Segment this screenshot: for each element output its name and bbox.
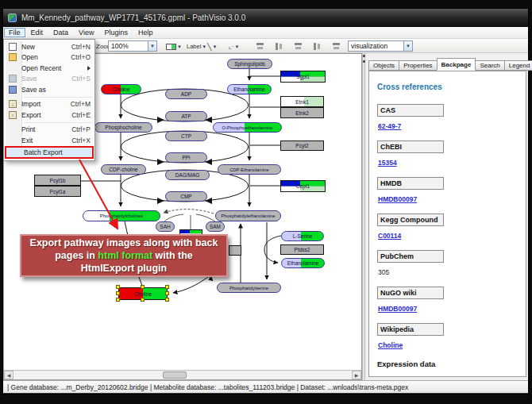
align-center-button[interactable] (253, 40, 267, 52)
pathway-node-phosphocholine[interactable]: Phosphocholine (94, 122, 152, 133)
xref-link[interactable]: C00114 (378, 232, 526, 240)
selection-handle[interactable] (116, 298, 120, 302)
xref-link[interactable]: 15354 (378, 159, 526, 167)
selection-handle[interactable] (141, 298, 145, 302)
xref-section-kegg-compound: Kegg CompoundC00114 (377, 214, 526, 240)
selection-handle[interactable] (116, 285, 120, 289)
pathway-node-ethanolamine[interactable]: Ethanolamine (227, 84, 272, 94)
xref-link[interactable]: Choline (378, 341, 526, 349)
line-tool-button[interactable]: ╲▼ (205, 40, 219, 52)
horizontal-scrollbar[interactable]: ◀ ▶ (4, 370, 361, 379)
pathway-node-dag-mag[interactable]: DAG/MAG (165, 170, 210, 180)
selection-handle[interactable] (116, 291, 120, 295)
xref-database-name: PubChem (377, 250, 444, 263)
file-menu-item-import[interactable]: ↓ImportCtrl+M (4, 99, 94, 110)
xref-link[interactable]: HMDB00097 (378, 305, 526, 313)
file-menu-item-open-recent[interactable]: Open Recent (4, 63, 94, 74)
xref-link[interactable]: 62-49-7 (378, 122, 526, 130)
selection-handle[interactable] (165, 285, 169, 289)
align-middle-button[interactable] (272, 40, 286, 52)
menubar: FileEditDataViewPluginsHelp (3, 27, 528, 39)
chevron-down-icon[interactable]: ▼ (212, 44, 217, 49)
pathway-node-atp[interactable]: ATP (165, 111, 207, 121)
line-icon: ╲ (207, 43, 211, 51)
pathway-node-pcyt1a[interactable]: Pcyt1a (34, 186, 81, 197)
tab-legend[interactable]: Legend (504, 60, 532, 71)
file-menu-item-export[interactable]: ↑ExportCtrl+E (4, 110, 94, 121)
file-menu-item-save-as[interactable]: Save as (4, 84, 94, 95)
match-width-button[interactable] (330, 40, 343, 52)
tab-backpage[interactable]: Backpage (437, 58, 476, 71)
tab-search[interactable]: Search (475, 60, 504, 71)
pathway-node-phosphatidylserine[interactable]: Phosphatidylserine (217, 283, 281, 293)
pathway-node-sphingolipids[interactable]: Sphingolipids (227, 59, 272, 69)
visualization-combobox[interactable]: visualization ▼ (348, 40, 413, 52)
menu-item-shortcut: Ctrl+E (71, 111, 91, 119)
file-menu-item-open[interactable]: OpenCtrl+O (4, 52, 94, 63)
pathway-node-phosphatidylethanolamine[interactable]: Phosphatidylethanolamine (215, 210, 281, 221)
chevron-down-icon[interactable]: ▼ (177, 44, 182, 49)
distribute-vertical-button[interactable] (310, 40, 324, 52)
pathway-node-pcyt2[interactable]: Pcyt2 (280, 140, 324, 151)
callout-highlight: html format (98, 250, 152, 261)
pathway-node-cdp-choline[interactable]: CDP-choline (101, 164, 146, 175)
tab-objects[interactable]: Objects (368, 60, 399, 71)
pathway-node-etnk1[interactable]: Etnk1 (280, 96, 324, 107)
pathway-node-pcyt1b[interactable]: Pcyt1b (34, 175, 81, 186)
xref-link[interactable]: HMDB00097 (378, 195, 526, 203)
pathway-node-etnk2[interactable]: Etnk2 (280, 107, 324, 118)
open-folder-icon (4, 53, 21, 61)
menubar-item-help[interactable]: Help (133, 28, 158, 37)
pathway-node-cmp[interactable]: CMP (165, 191, 207, 202)
zoom-combobox[interactable]: 100% ▼ (108, 40, 157, 52)
pathway-node-choline[interactable]: Choline (101, 84, 141, 94)
pathway-node-cept1[interactable]: Cept1 (280, 180, 326, 192)
pathway-node-phosphatidylcholines[interactable]: Phosphatidylcholines (83, 210, 160, 221)
chevron-down-icon[interactable]: ▼ (403, 41, 412, 51)
cross-reference-list: CAS62-49-7ChEBI15354HMDBHMDB00097Kegg Co… (377, 104, 526, 349)
pathway-node-cdp-ethanolamine[interactable]: CDP-Ethanolamine (218, 164, 281, 175)
menu-item-label: New (21, 43, 71, 51)
pathway-node-ethanolamine[interactable]: Ethanolamine (281, 258, 325, 268)
datanode-button[interactable]: ▼ (164, 40, 184, 52)
scroll-right-icon[interactable]: ▶ (352, 371, 361, 379)
menubar-item-plugins[interactable]: Plugins (99, 28, 133, 37)
new-document-icon (4, 43, 21, 51)
pathway-node-sam[interactable]: SAM (206, 221, 225, 232)
pathway-node-adp[interactable]: ADP (165, 89, 207, 99)
pathway-node-sgpl1[interactable]: Sgpl1 (280, 71, 326, 83)
tab-properties[interactable]: Properties (399, 60, 437, 71)
pathway-node-sah[interactable]: SAH (156, 221, 175, 232)
chevron-down-icon[interactable]: ▼ (148, 41, 156, 51)
menubar-item-view[interactable]: View (74, 28, 98, 37)
pathway-node-ptdss2[interactable]: Ptdss2 (280, 244, 324, 255)
scrollbar-thumb[interactable] (163, 371, 187, 379)
pathway-node-ppi[interactable]: PPi (165, 152, 207, 163)
pathway-node[interactable] (229, 245, 241, 256)
selection-handle[interactable] (141, 285, 145, 289)
selection-handle[interactable] (165, 298, 169, 302)
menu-separator (24, 122, 93, 123)
connector-tool-button[interactable]: ⌞·▼ (226, 40, 241, 52)
xref-database-name: ChEBI (377, 140, 444, 153)
xref-section-nugo-wiki: NuGO wikiHMDB00097 (377, 287, 526, 313)
pathway-node-l-serine[interactable]: L-Serine (281, 231, 324, 241)
right-panel: ObjectsPropertiesBackpageSearchLegend Cr… (365, 53, 528, 380)
pathway-node-o-phosphoethanolamine[interactable]: O-Phosphoethanolamine (213, 122, 282, 133)
chevron-down-icon[interactable]: ▼ (234, 44, 239, 49)
pathway-node-ctp[interactable]: CTP (165, 131, 207, 141)
file-menu-item-new[interactable]: NewCtrl+N (4, 41, 94, 52)
title-bar[interactable]: Mm_Kennedy_pathway_WP1771_45176.gpml - P… (3, 9, 528, 27)
menubar-item-edit[interactable]: Edit (26, 28, 48, 37)
menubar-item-file[interactable]: File (4, 28, 25, 37)
scroll-left-icon[interactable]: ◀ (4, 371, 13, 379)
callout-line3: HtmlExport plugin (81, 262, 167, 275)
selection-handle[interactable] (165, 291, 169, 295)
menu-item-label: Export (21, 111, 71, 119)
zoom-value: 100% (109, 42, 148, 50)
file-menu-item-exit[interactable]: ExitCtrl+X (4, 135, 94, 146)
file-menu-item-batch-export[interactable]: Batch Export (5, 146, 94, 159)
menubar-item-data[interactable]: Data (48, 28, 73, 37)
distribute-horizontal-button[interactable] (291, 40, 305, 52)
file-menu-item-print[interactable]: PrintCtrl+P (4, 125, 94, 136)
